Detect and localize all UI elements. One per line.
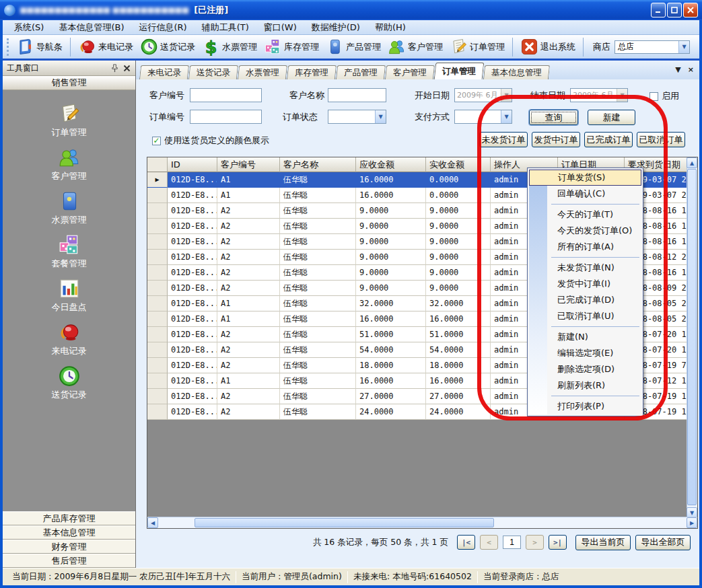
menubar-item[interactable]: 运行信息(R) (131, 20, 194, 34)
toolbar-inventory-button[interactable]: 库存管理 (260, 36, 322, 57)
context-menu-item[interactable]: 删除选定项(D) (529, 361, 641, 377)
close-icon[interactable] (122, 64, 131, 73)
customer-no-input[interactable] (190, 88, 262, 102)
chevron-down-icon[interactable]: ▼ (501, 110, 512, 123)
tab-基本信息管理[interactable]: 基本信息管理 (483, 65, 550, 79)
toolbar-exit-button[interactable]: 退出系统 (517, 36, 579, 57)
row-selector[interactable] (147, 219, 168, 234)
menubar-item[interactable]: 数据维护(D) (304, 20, 367, 34)
context-menu-item[interactable]: 所有的订单(A) (529, 239, 641, 255)
row-selector[interactable] (147, 250, 168, 265)
order-status-select[interactable]: ▼ (328, 110, 386, 124)
row-selector[interactable] (147, 311, 168, 327)
tab-产品管理[interactable]: 产品管理 (336, 65, 386, 79)
vertical-scrollbar[interactable]: ▲ ▼ (687, 157, 697, 518)
scroll-left-icon[interactable]: ◀ (147, 517, 158, 528)
tab-客户管理[interactable]: 客户管理 (385, 65, 435, 79)
context-menu-item[interactable]: 打印列表(P) (529, 398, 641, 414)
row-selector[interactable] (147, 281, 168, 296)
scroll-up-icon[interactable]: ▲ (687, 157, 697, 168)
pin-icon[interactable] (110, 63, 120, 73)
row-selector[interactable] (147, 265, 168, 281)
pay-method-select[interactable]: ▼ (454, 110, 512, 124)
sidebar-group-sales[interactable]: 销售管理 (3, 76, 135, 90)
horizontal-scroll-thumb[interactable] (195, 518, 494, 527)
context-menu-item[interactable]: 今天的发货订单(O) (529, 223, 641, 239)
menubar-item[interactable]: 窗口(W) (256, 20, 304, 34)
sidebar-item-customer-mgmt[interactable]: 客户管理 (3, 142, 135, 186)
menubar-item[interactable]: 基本信息管理(B) (51, 20, 131, 34)
column-header-客户名称[interactable]: 客户名称 (280, 157, 356, 172)
filter-completed-button[interactable]: 已完成订单 (584, 132, 633, 147)
end-date-picker[interactable]: 2009年 6月 8日 ▼ (570, 88, 628, 102)
column-header-ID[interactable]: ID (168, 157, 217, 172)
prev-page-button[interactable]: < (480, 535, 498, 550)
row-selector[interactable] (147, 188, 168, 203)
column-header-客户编号[interactable]: 客户编号 (217, 157, 280, 172)
checkbox-icon[interactable] (650, 92, 658, 101)
minimize-button[interactable] (651, 3, 666, 17)
row-selector[interactable] (147, 373, 168, 389)
tab-来电记录[interactable]: 来电记录 (139, 65, 189, 79)
toolbar-water-ticket-button[interactable]: 水票管理 (199, 36, 260, 57)
export-all-pages-button[interactable]: 导出全部页 (635, 535, 691, 550)
tab-送货记录[interactable]: 送货记录 (188, 65, 238, 79)
toolbar-customer-button[interactable]: 客户管理 (384, 36, 446, 57)
page-number-input[interactable] (503, 536, 521, 549)
context-menu-item[interactable]: 编辑选定项(E) (529, 345, 641, 361)
export-current-page-button[interactable]: 导出当前页 (575, 535, 631, 550)
toolbar-navigator-button[interactable]: 导航条 (13, 36, 66, 57)
context-menu-item[interactable]: 已取消订单(U) (529, 308, 641, 324)
row-selector[interactable] (147, 327, 168, 342)
row-selector[interactable] (147, 234, 168, 250)
delivery-color-checkbox[interactable]: ✓ 使用送货员定义的颜色展示 (152, 135, 269, 147)
row-selector[interactable] (147, 296, 168, 311)
order-no-input[interactable] (190, 110, 262, 124)
chevron-down-icon[interactable]: ▼ (678, 41, 689, 53)
shop-select[interactable]: 总店 ▼ (615, 40, 690, 54)
column-header-应收金额[interactable]: 应收金额 (356, 157, 426, 172)
column-header-实收金额[interactable]: 实收金额 (426, 157, 491, 172)
vertical-scroll-thumb[interactable] (687, 169, 697, 505)
sidebar-item-call-log[interactable]: 来电记录 (3, 317, 135, 361)
row-selector[interactable] (147, 358, 168, 373)
scroll-right-icon[interactable]: ▶ (687, 517, 697, 528)
sidebar-group-基本信息管理[interactable]: 基本信息管理 (3, 525, 135, 540)
checkbox-checked-icon[interactable]: ✓ (152, 137, 161, 145)
close-button[interactable] (683, 3, 698, 17)
row-selector[interactable] (147, 342, 168, 358)
sidebar-item-daily-check[interactable]: 今日盘点 (3, 273, 135, 317)
last-page-button[interactable]: >| (549, 535, 567, 550)
sidebar-group-财务管理[interactable]: 财务管理 (3, 540, 135, 554)
toolbar-order-button[interactable]: 订单管理 (446, 36, 508, 57)
toolbar-call-log-button[interactable]: 来电记录 (75, 36, 137, 57)
tab-list-dropdown-icon[interactable]: ▼ (675, 65, 680, 74)
toolbar-delivery-log-button[interactable]: 送货记录 (137, 36, 199, 57)
tab-库存管理[interactable]: 库存管理 (287, 65, 337, 79)
filter-unshipped-button[interactable]: 未发货订单 (479, 132, 528, 147)
tab-订单管理[interactable]: 订单管理 (434, 63, 485, 79)
tab-水票管理[interactable]: 水票管理 (238, 65, 287, 79)
context-menu-item[interactable]: 未发货订单(N) (529, 260, 641, 276)
row-selector[interactable] (147, 203, 168, 219)
toolbar-grip[interactable] (7, 38, 9, 56)
context-menu-item[interactable]: 已完成订单(D) (529, 292, 641, 308)
new-button[interactable]: 新建 (588, 110, 635, 125)
filter-shipping-button[interactable]: 发货中订单 (532, 132, 580, 147)
menubar-item[interactable]: 帮助(H) (367, 20, 413, 34)
row-selector[interactable] (147, 389, 168, 404)
maximize-button[interactable] (667, 3, 682, 17)
sidebar-item-package-mgmt[interactable]: 套餐管理 (3, 229, 135, 273)
context-menu-item[interactable]: 今天的订单(T) (529, 207, 641, 223)
first-page-button[interactable]: |< (457, 535, 475, 550)
chevron-down-icon[interactable]: ▼ (375, 110, 386, 123)
query-button[interactable]: 查询 (529, 110, 578, 125)
context-menu-item[interactable]: 回单确认(C) (529, 186, 641, 202)
enable-date-checkbox[interactable]: 启用 (650, 90, 679, 102)
next-page-button[interactable]: > (526, 535, 544, 550)
start-date-picker[interactable]: 2009年 6月 8日 ▼ (454, 88, 512, 102)
horizontal-scrollbar[interactable]: ◀ ▶ (147, 517, 697, 528)
sidebar-item-delivery-log[interactable]: 送货记录 (3, 361, 135, 404)
filter-cancelled-button[interactable]: 已取消订单 (637, 132, 685, 147)
row-selector[interactable] (147, 404, 168, 420)
